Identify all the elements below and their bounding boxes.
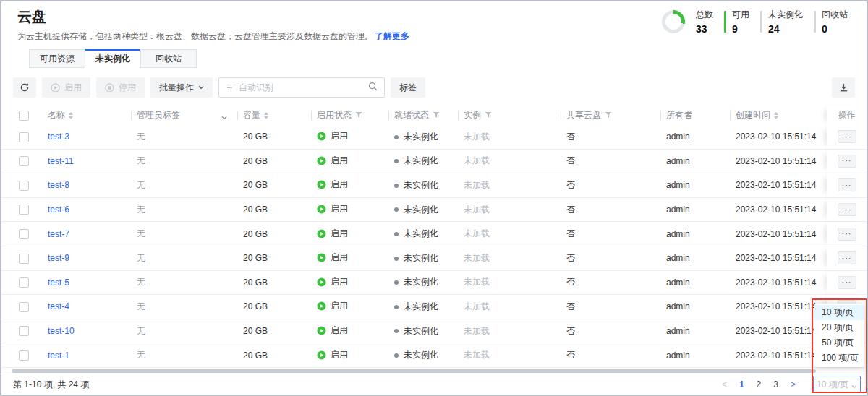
disk-name-link[interactable]: test-10: [48, 326, 75, 336]
scrollbar-thumb[interactable]: [12, 369, 816, 373]
header-ready-status[interactable]: 就绪状态: [388, 106, 458, 125]
shared-disk-cell: 否: [561, 349, 660, 361]
row-checkbox[interactable]: [19, 229, 29, 239]
next-page-button[interactable]: >: [791, 379, 796, 389]
page-number-2[interactable]: 2: [757, 379, 762, 389]
disk-name-link[interactable]: test-5: [48, 277, 69, 288]
download-icon: [839, 83, 848, 92]
instance-cell: 未加载: [458, 228, 561, 240]
row-checkbox[interactable]: [19, 302, 29, 312]
disable-button[interactable]: 停用: [96, 77, 145, 98]
page-size-option[interactable]: 10 项/页: [814, 305, 864, 320]
capacity-cell: 20 GB: [237, 180, 311, 190]
filter-icon[interactable]: [355, 111, 362, 121]
page-size-option[interactable]: 50 项/页: [814, 335, 864, 350]
stat-recycle-bin: 回收站 0: [814, 9, 848, 35]
disk-name-link[interactable]: test-8: [48, 180, 69, 190]
stat-total: 总数 33: [696, 9, 713, 35]
row-actions-button[interactable]: ···: [838, 203, 856, 216]
enable-status-cell: 启用: [311, 178, 388, 191]
batch-actions-button[interactable]: 批量操作: [150, 77, 213, 98]
filter-icon[interactable]: [605, 111, 612, 121]
header-name[interactable]: 名称: [42, 106, 131, 125]
gray-dot-icon: [394, 257, 399, 261]
table-row: test-5 无 20 GB 启用 未实例化 未加载 否 admin 2023-…: [1, 271, 867, 296]
row-checkbox[interactable]: [19, 254, 29, 264]
tab-bar: 可用资源 未实例化 回收站: [29, 49, 852, 68]
page-size-select[interactable]: 10 项/页: [813, 376, 861, 393]
row-checkbox[interactable]: [19, 350, 29, 361]
disk-name-link[interactable]: test-4: [48, 301, 69, 311]
instance-cell: 未加载: [458, 349, 561, 361]
created-time-cell: 2023-02-10 15:51:14: [730, 277, 827, 288]
row-checkbox[interactable]: [19, 132, 29, 142]
row-checkbox[interactable]: [19, 326, 29, 336]
row-actions-button[interactable]: ···: [838, 276, 856, 289]
table-row: test-8 无 20 GB 启用 未实例化 未加载 否 admin 2023-…: [1, 173, 867, 198]
capacity-cell: 20 GB: [237, 301, 311, 311]
page-number-3[interactable]: 3: [773, 379, 778, 389]
refresh-button[interactable]: [13, 77, 36, 98]
row-checkbox[interactable]: [19, 205, 29, 215]
page-number-1[interactable]: 1: [739, 379, 744, 389]
admin-tag-cell: 无: [131, 301, 237, 313]
header-enable-status[interactable]: 启用状态: [311, 106, 388, 125]
row-actions-button[interactable]: ···: [838, 130, 856, 143]
enable-status-cell: 启用: [311, 349, 388, 362]
header-instance[interactable]: 实例: [458, 106, 561, 125]
disk-name-link[interactable]: test-1: [48, 350, 69, 361]
gray-dot-icon: [394, 207, 399, 212]
sort-icon[interactable]: [774, 112, 778, 119]
capacity-cell: 20 GB: [237, 229, 311, 239]
tab-available-resources[interactable]: 可用资源: [29, 49, 85, 68]
disk-name-link[interactable]: test-3: [48, 132, 69, 142]
search-placeholder: 自动识别: [239, 82, 363, 94]
select-all-checkbox[interactable]: [19, 111, 29, 121]
export-button[interactable]: [832, 77, 855, 98]
page-size-option[interactable]: 100 项/页: [814, 350, 864, 366]
gray-bar: [814, 11, 816, 33]
table-header: 名称 管理员标签 容量 启用状态 就绪状态 实例 共享云盘 所有者 创建时间 操…: [1, 106, 867, 125]
filter-icon[interactable]: [433, 111, 440, 121]
row-checkbox[interactable]: [19, 277, 29, 288]
sort-icon[interactable]: [264, 112, 268, 119]
capacity-cell: 20 GB: [237, 350, 311, 361]
row-checkbox[interactable]: [19, 156, 29, 166]
row-checkbox[interactable]: [19, 181, 29, 191]
gray-bar: [760, 11, 762, 33]
page-size-option[interactable]: 20 项/页: [814, 320, 864, 335]
tag-button[interactable]: 标签: [391, 77, 425, 98]
filter-icon[interactable]: [485, 111, 492, 121]
shared-disk-cell: 否: [561, 276, 660, 288]
row-actions-button[interactable]: ···: [838, 251, 856, 264]
admin-tag-cell: 无: [131, 155, 237, 167]
row-actions-button[interactable]: ···: [838, 155, 856, 168]
row-actions-button[interactable]: ···: [838, 228, 856, 241]
tab-recycle-bin[interactable]: 回收站: [140, 49, 197, 68]
chevron-down-icon[interactable]: [221, 113, 227, 119]
capacity-cell: 20 GB: [237, 253, 311, 263]
instance-cell: 未加载: [458, 252, 561, 264]
header-created-time[interactable]: 创建时间: [730, 106, 827, 125]
search-icon[interactable]: [368, 81, 378, 94]
disk-name-link[interactable]: test-11: [48, 156, 74, 166]
green-bar: [724, 11, 726, 33]
header-shared-disk[interactable]: 共享云盘: [561, 106, 660, 125]
instance-cell: 未加载: [458, 325, 561, 337]
learn-more-link[interactable]: 了解更多: [375, 31, 409, 41]
header-capacity[interactable]: 容量: [237, 106, 311, 125]
disk-name-link[interactable]: test-7: [48, 229, 69, 239]
header-admin-tag[interactable]: 管理员标签: [131, 106, 237, 125]
sort-icon[interactable]: [69, 112, 73, 119]
gray-dot-icon: [394, 232, 399, 236]
enable-button[interactable]: 启用: [42, 77, 90, 98]
search-input[interactable]: 自动识别: [218, 77, 385, 98]
tab-not-instantiated[interactable]: 未实例化: [85, 49, 141, 68]
prev-page-button[interactable]: <: [722, 379, 727, 389]
gray-dot-icon: [394, 305, 399, 309]
disk-name-link[interactable]: test-9: [48, 253, 69, 263]
pagination: < 1 2 3 >: [722, 379, 796, 389]
row-actions-button[interactable]: ···: [838, 178, 856, 191]
owner-cell: admin: [660, 326, 730, 336]
disk-name-link[interactable]: test-6: [48, 205, 69, 215]
